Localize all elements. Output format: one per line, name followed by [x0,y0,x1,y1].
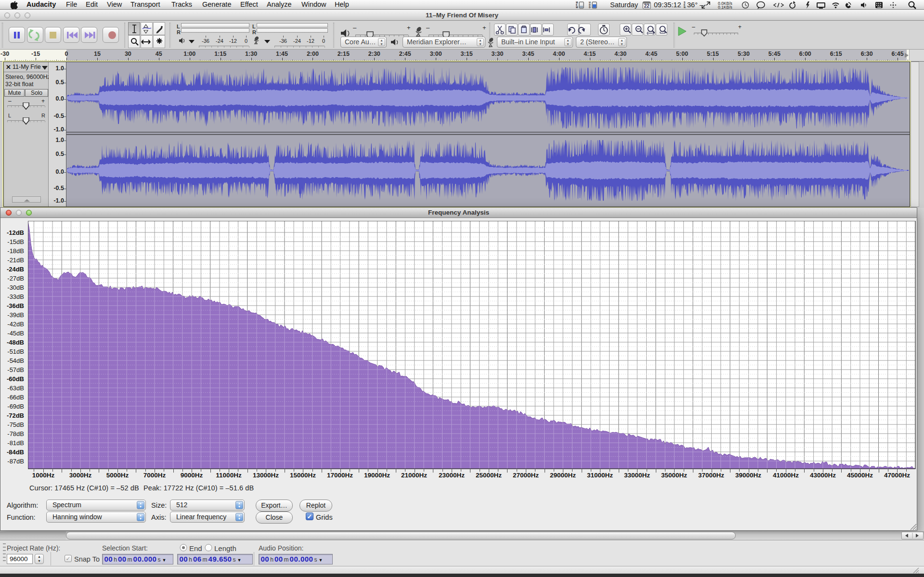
svg-text:+: + [407,25,411,31]
svg-text:–: – [692,25,695,30]
svg-text:-24: -24 [216,38,223,44]
svg-text:+: + [738,25,742,30]
svg-text:-36: -36 [202,38,209,44]
svg-text:0: 0 [322,38,325,44]
svg-text:-12: -12 [229,38,237,44]
svg-text:-24: -24 [293,38,301,44]
svg-text:Saturday: Saturday [610,1,638,9]
svg-text:0: 0 [245,38,247,44]
svg-text:N: N [684,6,686,9]
svg-text:-12: -12 [307,38,314,44]
svg-text:–: – [426,25,430,31]
svg-text:+: + [482,25,486,31]
svg-text:0.1KB/s: 0.1KB/s [718,5,732,10]
svg-text:D: D [589,6,591,9]
svg-text:–: – [353,25,357,31]
svg-text:-36: -36 [279,38,287,44]
svg-text:09:35:12: 09:35:12 [654,1,681,9]
svg-text:M: M [576,6,578,9]
svg-text:36° –: 36° – [687,1,704,9]
svg-text:22: 22 [644,3,650,9]
